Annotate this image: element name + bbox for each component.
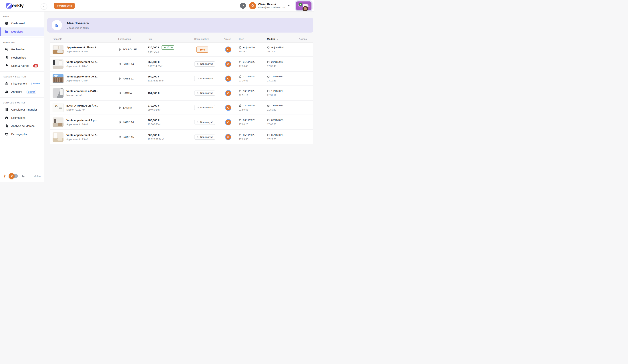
bientot-badge: Bientôt <box>31 82 41 85</box>
price-per-m2: 9,107.14 €/m² <box>148 65 194 68</box>
row-actions-button[interactable] <box>304 90 309 96</box>
row-actions-button[interactable] <box>304 47 309 52</box>
calendar-icon <box>267 75 270 78</box>
sidebar-item-analyse-marche[interactable]: Analyse de Marché <box>0 122 44 130</box>
column-header-score[interactable]: Score analyse <box>194 38 224 40</box>
row-actions-button[interactable] <box>304 105 309 110</box>
column-header-prix[interactable]: Prix <box>148 38 194 40</box>
table-row[interactable]: BASTIA IMMEUBLE À V... Maison • 1127 m² … <box>50 101 313 115</box>
user-menu[interactable]: O Olivier Riccini olivier@blockbrainers.… <box>249 2 291 9</box>
price-value: 260,000 € <box>148 119 159 122</box>
section-label-action: PASSER À L'ACTION <box>0 73 44 79</box>
property-title: Vente commerce à BAS... <box>66 90 98 92</box>
chat-widget: Chat <box>295 0 313 11</box>
help-button[interactable]: ? <box>240 3 246 9</box>
calendar-icon <box>267 119 270 121</box>
table-row[interactable]: Vente commerce à BAS... Maison • 41 m² B… <box>50 86 313 101</box>
sidebar-item-recherches[interactable]: Recherches <box>0 54 44 62</box>
sidebar-item-annuaire[interactable]: Annuaire Bientôt <box>0 88 44 96</box>
page-title: Mes dossiers <box>67 21 89 25</box>
modified-date: Aujourd'hui <box>271 46 283 49</box>
column-header-localisation[interactable]: Localisation <box>118 38 148 40</box>
version-beta-button[interactable]: Version Bêta <box>54 3 75 9</box>
sidebar-item-label: Démographie <box>11 133 28 136</box>
created-time: 22:51:12 <box>239 94 267 97</box>
sidebar-item-demographie[interactable]: Démographie <box>0 130 44 138</box>
property-meta: Maison • 41 m² <box>66 94 98 97</box>
app-logo[interactable]: eekly <box>0 0 44 12</box>
column-header-propriete[interactable]: Propriété <box>53 38 118 40</box>
dossiers-table: Propriété Localisation Prix Score analys… <box>50 38 313 144</box>
not-analyzed-label: Non analysé <box>200 136 213 138</box>
not-analyzed-badge: Non analysé <box>194 62 215 67</box>
created-date: 21/11/2025 <box>243 61 255 63</box>
dark-mode-icon <box>22 174 25 178</box>
search-icon <box>5 47 8 51</box>
table-row[interactable]: Vente appartement de 2... Appartement • … <box>50 57 313 72</box>
chat-button[interactable]: Chat <box>296 1 312 10</box>
author-avatar: O <box>226 90 231 96</box>
sidebar-item-dossiers[interactable]: Dossiers <box>0 27 44 36</box>
sidebar-item-dashboard[interactable]: Dashboard <box>0 19 44 27</box>
created-cell: 21/11/2025 17:36:40 <box>239 61 267 68</box>
created-date: 13/11/2025 <box>243 104 255 107</box>
row-actions-button[interactable] <box>304 76 309 81</box>
table-row[interactable]: Vente appartement de 2... Appartement • … <box>50 72 313 86</box>
row-actions-button[interactable] <box>304 134 309 140</box>
sidebar-item-financement[interactable]: Financement Bientôt <box>0 79 44 88</box>
author-cell: O <box>224 90 239 96</box>
sidebar-item-estimations[interactable]: Estimations <box>0 114 44 122</box>
score-cell: 50.0 <box>194 47 224 53</box>
bell-icon <box>5 64 8 68</box>
folder-icon <box>5 30 8 33</box>
sidebar-collapse-button[interactable] <box>41 3 47 9</box>
sidebar-item-label: Annuaire <box>11 90 22 93</box>
property-cell: Vente appartement de 2... Appartement • … <box>53 74 118 83</box>
light-mode-icon <box>3 174 6 178</box>
row-actions-button[interactable] <box>304 62 309 67</box>
price-per-m2: 10,620.69 €/m² <box>148 138 194 141</box>
trend-value: -7.2% <box>167 46 173 49</box>
table-row[interactable]: Vente appartement de 2... Appartement • … <box>50 130 313 144</box>
price-cell: 255,000 € 9,107.14 €/m² <box>148 61 194 68</box>
price-per-m2: 10,000 €/m² <box>148 123 194 126</box>
theme-toggle[interactable] <box>9 174 18 178</box>
score-cell: Non analysé <box>194 76 224 81</box>
table-row[interactable]: Appartement 4 pièces 8... Appartement • … <box>50 43 313 57</box>
users-icon <box>5 90 8 94</box>
map-pin-icon <box>118 106 121 109</box>
author-cell: O <box>224 105 239 110</box>
sidebar-footer: v0.0.4 <box>0 170 44 182</box>
actions-cell <box>299 47 313 52</box>
created-cell: 16/11/2025 22:51:12 <box>239 90 267 97</box>
modified-cell: 16/11/2025 22:51:12 <box>267 90 299 97</box>
table-body: Appartement 4 pièces 8... Appartement • … <box>50 42 313 144</box>
logo-mark-icon <box>6 3 12 8</box>
property-meta: Appartement • 28 m² <box>66 65 98 68</box>
modified-date: 16/11/2025 <box>271 90 283 92</box>
author-avatar: O <box>226 62 231 67</box>
table-row[interactable]: Vente appartement 2 pi... Appartement • … <box>50 115 313 130</box>
brand-name: eekly <box>12 3 24 8</box>
author-cell: O <box>224 47 239 52</box>
row-actions-button[interactable] <box>304 120 309 125</box>
sidebar-item-recherche[interactable]: Recherche <box>0 45 44 54</box>
price-value: 151,500 € <box>148 92 159 94</box>
column-header-cree[interactable]: Créé <box>239 38 267 40</box>
people-group-icon <box>5 132 8 136</box>
table-header: Propriété Localisation Prix Score analys… <box>50 38 313 42</box>
column-header-modifie[interactable]: Modifié <box>267 38 299 40</box>
modified-date: 13/11/2025 <box>271 104 283 107</box>
map-pin-icon <box>118 77 121 80</box>
created-time: 21:50:53 <box>239 108 267 111</box>
column-header-auteur[interactable]: Auteur <box>224 38 239 40</box>
property-cell: Vente appartement de 2... Appartement • … <box>53 59 118 69</box>
modified-cell: 13/11/2025 21:50:53 <box>267 104 299 111</box>
map-pin-icon <box>118 92 121 95</box>
sidebar-item-scan-alertes[interactable]: Scan & Alertes 23 <box>0 62 44 70</box>
not-analyzed-badge: Non analysé <box>194 90 215 96</box>
sidebar-item-calculateur[interactable]: Calculateur Financier <box>0 105 44 114</box>
modified-time: 21:50:53 <box>267 108 299 111</box>
sidebar-item-label: Estimations <box>11 116 25 119</box>
location-cell: TOULOUSE <box>118 48 148 51</box>
